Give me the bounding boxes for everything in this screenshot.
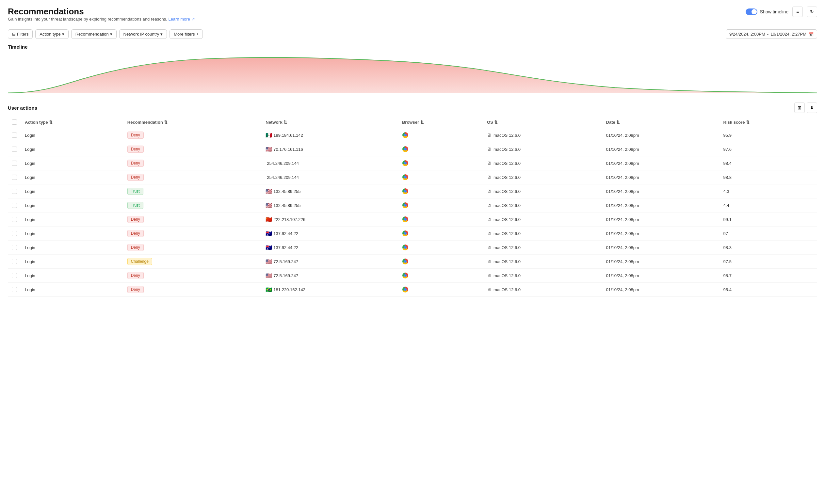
ip-address: 72.5.169.247 xyxy=(273,273,298,278)
monitor-icon: 🖥 xyxy=(487,259,492,264)
row-browser xyxy=(398,213,483,227)
list-view-button[interactable]: ≡ xyxy=(792,7,803,17)
ip-address: 137.92.44.22 xyxy=(273,245,298,250)
os-name: macOS 12.6.0 xyxy=(494,217,521,222)
row-checkbox-cell[interactable] xyxy=(8,269,21,283)
row-risk-score: 98.3 xyxy=(720,241,817,255)
os-name: macOS 12.6.0 xyxy=(494,133,521,138)
row-checkbox-cell[interactable] xyxy=(8,184,21,198)
row-action-type: Login xyxy=(21,156,124,170)
table-row[interactable]: Login Deny 🇦🇺 137.92.44.22 🖥 macOS 12.6.… xyxy=(8,241,817,255)
table-row[interactable]: Login Trust 🇺🇸 132.45.89.255 🖥 macOS 12.… xyxy=(8,198,817,213)
row-checkbox-cell[interactable] xyxy=(8,142,21,156)
row-checkbox-cell[interactable] xyxy=(8,198,21,213)
row-checkbox-cell[interactable] xyxy=(8,255,21,269)
row-checkbox-cell[interactable] xyxy=(8,241,21,255)
col-browser[interactable]: Browser ⇅ xyxy=(398,116,483,128)
row-action-type: Login xyxy=(21,255,124,269)
row-checkbox[interactable] xyxy=(12,259,17,264)
row-date: 01/10/24, 2:08pm xyxy=(602,241,720,255)
timeline-chart: 9/25/2024 9/26/2024 9/27/2024 9/28/2024 … xyxy=(8,52,817,95)
table-row[interactable]: Login Deny 254.246.209.144 🖥 macOS 12.6.… xyxy=(8,170,817,184)
row-checkbox-cell[interactable] xyxy=(8,128,21,142)
col-network[interactable]: Network ⇅ xyxy=(261,116,398,128)
network-ip-country-filter[interactable]: Network IP country ▾ xyxy=(119,29,167,39)
page-subtitle: Gain insights into your threat landscape… xyxy=(8,17,195,21)
row-checkbox[interactable] xyxy=(12,245,17,250)
show-timeline-toggle[interactable] xyxy=(746,8,757,15)
col-action-type[interactable]: Action type ⇅ xyxy=(21,116,124,128)
learn-more-link[interactable]: Learn more ↗ xyxy=(168,17,195,21)
row-checkbox-cell[interactable] xyxy=(8,213,21,227)
user-actions-header: User actions ⊞ ⬇ xyxy=(8,102,817,113)
table-row[interactable]: Login Deny 🇺🇸 70.176.161.116 🖥 macOS 12.… xyxy=(8,142,817,156)
country-flag: 🇧🇷 xyxy=(266,286,272,293)
row-browser xyxy=(398,283,483,297)
row-checkbox[interactable] xyxy=(12,217,17,222)
row-checkbox[interactable] xyxy=(12,203,17,208)
col-recommendation[interactable]: Recommendation ⇅ xyxy=(124,116,262,128)
table-grid-view-button[interactable]: ⊞ xyxy=(794,102,805,113)
row-date: 01/10/24, 2:08pm xyxy=(602,128,720,142)
more-filters-label: More filters xyxy=(174,32,195,36)
row-recommendation: Deny xyxy=(124,283,262,297)
table-row[interactable]: Login Challenge 🇺🇸 72.5.169.247 🖥 macOS … xyxy=(8,255,817,269)
table-row[interactable]: Login Deny 🇺🇸 72.5.169.247 🖥 macOS 12.6.… xyxy=(8,269,817,283)
table-download-button[interactable]: ⬇ xyxy=(807,102,817,113)
row-action-type: Login xyxy=(21,269,124,283)
row-risk-score: 97.5 xyxy=(720,255,817,269)
row-checkbox-cell[interactable] xyxy=(8,227,21,241)
row-os: 🖥 macOS 12.6.0 xyxy=(483,170,602,184)
col-os[interactable]: OS ⇅ xyxy=(483,116,602,128)
table-row[interactable]: Login Deny 🇦🇺 137.92.44.22 🖥 macOS 12.6.… xyxy=(8,227,817,241)
row-checkbox-cell[interactable] xyxy=(8,170,21,184)
row-checkbox[interactable] xyxy=(12,231,17,236)
row-checkbox[interactable] xyxy=(12,147,17,152)
refresh-button[interactable]: ↻ xyxy=(807,7,817,17)
filter-icon: ⊟ xyxy=(12,32,16,36)
col-date[interactable]: Date ⇅ xyxy=(602,116,720,128)
select-all-header[interactable] xyxy=(8,116,21,128)
row-risk-score: 98.4 xyxy=(720,156,817,170)
row-checkbox[interactable] xyxy=(12,161,17,166)
row-action-type: Login xyxy=(21,241,124,255)
table-row[interactable]: Login Deny 254.246.209.144 🖥 macOS 12.6.… xyxy=(8,156,817,170)
os-name: macOS 12.6.0 xyxy=(494,273,521,278)
row-risk-score: 97.6 xyxy=(720,142,817,156)
table-row[interactable]: Login Trust 🇺🇸 132.45.89.255 🖥 macOS 12.… xyxy=(8,184,817,198)
recommendation-filter[interactable]: Recommendation ▾ xyxy=(71,29,117,39)
os-name: macOS 12.6.0 xyxy=(494,231,521,236)
country-flag: 🇺🇸 xyxy=(266,188,272,194)
filters-button[interactable]: ⊟ Filters xyxy=(8,29,33,39)
row-date: 01/10/24, 2:08pm xyxy=(602,213,720,227)
filters-row: ⊟ Filters Action type ▾ Recommendation ▾… xyxy=(8,29,817,39)
row-checkbox[interactable] xyxy=(12,273,17,278)
row-checkbox-cell[interactable] xyxy=(8,283,21,297)
more-filters-plus-icon: + xyxy=(196,32,199,36)
country-flag: 🇺🇸 xyxy=(266,202,272,208)
more-filters-button[interactable]: More filters + xyxy=(169,29,203,39)
table-row[interactable]: Login Deny 🇧🇷 181.220.162.142 🖥 macOS 12… xyxy=(8,283,817,297)
row-checkbox[interactable] xyxy=(12,175,17,180)
col-risk-score[interactable]: Risk score ⇅ xyxy=(720,116,817,128)
action-type-filter[interactable]: Action type ▾ xyxy=(35,29,68,39)
row-recommendation: Trust xyxy=(124,184,262,198)
date-end: 10/1/2024, 2:27PM xyxy=(770,32,806,36)
row-recommendation: Challenge xyxy=(124,255,262,269)
row-checkbox[interactable] xyxy=(12,189,17,194)
row-browser xyxy=(398,227,483,241)
table-row[interactable]: Login Deny 🇨🇳 222.218.107.226 🖥 macOS 12… xyxy=(8,213,817,227)
row-checkbox[interactable] xyxy=(12,133,17,138)
select-all-checkbox[interactable] xyxy=(12,119,17,125)
date-range-picker[interactable]: 9/24/2024, 2:00PM - 10/1/2024, 2:27PM 📅 xyxy=(726,29,817,39)
row-checkbox[interactable] xyxy=(12,287,17,292)
row-recommendation: Deny xyxy=(124,227,262,241)
ip-address: 254.246.209.144 xyxy=(267,161,299,166)
row-recommendation: Deny xyxy=(124,269,262,283)
row-checkbox-cell[interactable] xyxy=(8,156,21,170)
table-row[interactable]: Login Deny 🇲🇽 189.184.61.142 🖥 macOS 12.… xyxy=(8,128,817,142)
row-date: 01/10/24, 2:08pm xyxy=(602,198,720,213)
country-flag: 🇲🇽 xyxy=(266,132,272,139)
ip-address: 72.5.169.247 xyxy=(273,259,298,264)
recommendation-badge: Challenge xyxy=(127,258,152,265)
